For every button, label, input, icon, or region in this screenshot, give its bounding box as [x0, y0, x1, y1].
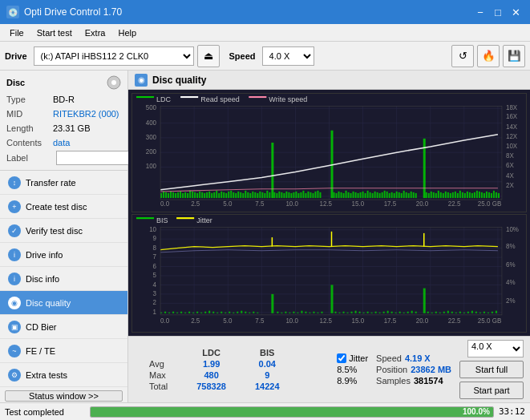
- svg-rect-130: [360, 192, 362, 198]
- svg-text:8%: 8%: [506, 243, 516, 250]
- svg-rect-171: [464, 193, 466, 198]
- svg-rect-244: [184, 313, 186, 313]
- position-label: Position: [376, 365, 407, 374]
- svg-rect-57: [175, 193, 176, 198]
- svg-rect-89: [252, 192, 253, 198]
- menu-help[interactable]: Help: [111, 26, 143, 39]
- svg-rect-307: [459, 312, 461, 313]
- svg-rect-65: [194, 192, 196, 198]
- start-full-button[interactable]: Start full: [459, 361, 524, 378]
- svg-rect-295: [407, 312, 409, 313]
- eject-button[interactable]: ⏏: [197, 45, 220, 67]
- status-window-button[interactable]: Status window >>: [5, 390, 123, 402]
- sidebar-item-label-cd-bier: CD Bier: [26, 322, 57, 332]
- svg-rect-73: [213, 192, 215, 198]
- save-button[interactable]: 💾: [503, 45, 525, 67]
- svg-rect-175: [474, 192, 475, 198]
- svg-text:7.5: 7.5: [255, 200, 265, 208]
- sidebar-item-disc-info[interactable]: i Disc info: [0, 267, 127, 291]
- svg-rect-104: [288, 192, 289, 198]
- svg-rect-133: [367, 191, 369, 198]
- progress-bar: 100.0%: [91, 407, 493, 417]
- svg-rect-316: [496, 311, 497, 313]
- svg-text:18X: 18X: [506, 104, 518, 111]
- svg-text:3: 3: [153, 290, 157, 297]
- stats-avg-row: Avg 1.99 0.04: [135, 358, 294, 370]
- svg-rect-169: [459, 191, 461, 198]
- svg-rect-266: [285, 312, 286, 313]
- contents-label: Contents: [6, 136, 53, 149]
- disc-label-row: Label ✎: [6, 151, 121, 165]
- refresh-button[interactable]: ↺: [451, 45, 474, 67]
- svg-rect-184: [496, 192, 497, 198]
- sidebar-item-create-test-disc[interactable]: + Create test disc: [0, 195, 127, 219]
- menu-file[interactable]: File: [3, 26, 30, 39]
- sidebar-item-transfer-rate[interactable]: ↕ Transfer rate: [0, 171, 127, 195]
- svg-rect-164: [447, 192, 449, 198]
- svg-rect-100: [278, 192, 280, 198]
- sidebar-item-cd-bier[interactable]: ▣ CD Bier: [0, 315, 127, 339]
- sidebar-item-extra-tests[interactable]: ⚙ Extra tests: [0, 363, 127, 387]
- drive-info-icon: i: [8, 248, 21, 261]
- svg-rect-117: [319, 192, 321, 198]
- svg-rect-96: [269, 192, 270, 198]
- svg-rect-168: [457, 193, 459, 198]
- svg-rect-284: [363, 313, 365, 313]
- svg-rect-136: [374, 192, 376, 198]
- svg-rect-62: [187, 193, 188, 198]
- close-button[interactable]: ✕: [508, 4, 524, 20]
- position-row: Position 23862 MB: [376, 365, 451, 374]
- svg-rect-63: [189, 191, 191, 198]
- svg-rect-181: [488, 192, 490, 198]
- start-part-button[interactable]: Start part: [459, 382, 524, 399]
- chart1-wrapper: LDC Read speed Write speed: [131, 93, 527, 212]
- svg-text:25.0 GB: 25.0 GB: [478, 200, 501, 208]
- svg-rect-303: [443, 312, 445, 313]
- stats-total-ldc: 758328: [182, 381, 241, 392]
- svg-rect-145: [396, 192, 398, 198]
- svg-rect-86: [245, 191, 246, 198]
- svg-rect-97: [271, 143, 273, 198]
- svg-rect-149: [406, 192, 407, 198]
- svg-rect-7: [249, 96, 266, 98]
- svg-text:4%: 4%: [506, 280, 516, 287]
- samples-row: Samples 381574: [376, 376, 451, 386]
- toolbar: Drive (k:) ATAPI iHBS112 2 CLK0 ⏏ Speed …: [0, 42, 530, 71]
- sidebar-item-fe-te[interactable]: ~ FE / TE: [0, 339, 127, 363]
- minimize-button[interactable]: −: [472, 4, 488, 20]
- sidebar-item-disc-quality[interactable]: ◉ Disc quality: [0, 291, 127, 315]
- stats-max-label: Max: [135, 370, 182, 381]
- svg-text:Write speed: Write speed: [269, 95, 307, 103]
- menu-start-test[interactable]: Start test: [30, 26, 79, 39]
- svg-text:10%: 10%: [506, 226, 519, 233]
- svg-rect-162: [443, 193, 444, 198]
- menu-extra[interactable]: Extra: [79, 26, 112, 39]
- jitter-checkbox[interactable]: [337, 353, 346, 363]
- svg-rect-305: [451, 312, 453, 313]
- svg-rect-61: [184, 192, 186, 198]
- svg-rect-170: [462, 192, 463, 198]
- chart2-svg: BIS Jitter: [132, 215, 526, 332]
- svg-rect-302: [439, 313, 441, 313]
- progress-value: 100.0%: [463, 407, 490, 416]
- svg-rect-250: [208, 311, 210, 313]
- svg-rect-257: [237, 312, 238, 313]
- sidebar-item-drive-info[interactable]: i Drive info: [0, 243, 127, 267]
- disc-quality-icon-header: ◉: [135, 74, 148, 87]
- svg-rect-92: [259, 192, 261, 198]
- svg-rect-174: [471, 193, 473, 198]
- svg-rect-139: [382, 192, 383, 198]
- svg-text:BIS: BIS: [156, 217, 168, 225]
- speed-select[interactable]: 4.0 X 8.0 X 16.0 X: [262, 46, 314, 66]
- maximize-button[interactable]: □: [490, 4, 506, 20]
- svg-rect-3: [136, 96, 154, 98]
- svg-rect-275: [321, 312, 322, 313]
- burn-icon-button[interactable]: 🔥: [477, 45, 500, 67]
- svg-text:10: 10: [149, 226, 156, 233]
- svg-rect-152: [413, 192, 415, 198]
- quality-speed-select[interactable]: 4.0 X: [467, 340, 524, 357]
- sidebar-item-verify-test-disc[interactable]: ✓ Verify test disc: [0, 219, 127, 243]
- svg-rect-115: [314, 192, 316, 198]
- drive-select[interactable]: (k:) ATAPI iHBS112 2 CLK0: [34, 46, 194, 66]
- svg-rect-129: [358, 193, 359, 198]
